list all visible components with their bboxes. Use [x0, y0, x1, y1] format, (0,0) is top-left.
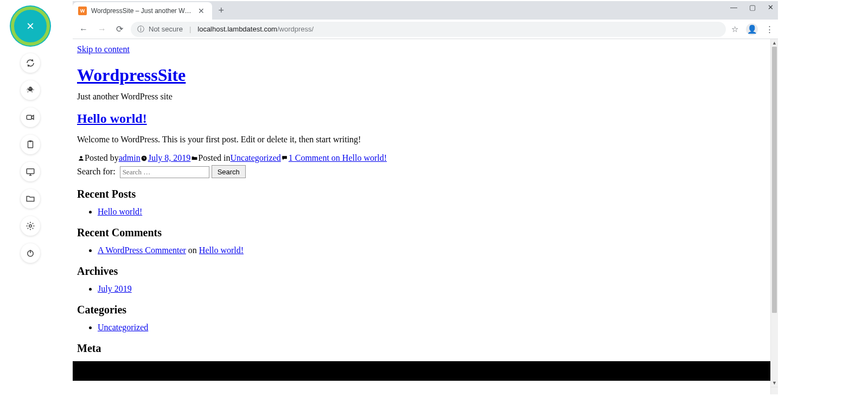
- vertical-scrollbar[interactable]: ▲ ▼: [770, 39, 778, 387]
- post-meta: Posted by admin July 8, 2019 Posted in U…: [77, 153, 766, 163]
- recent-posts-heading: Recent Posts: [77, 188, 766, 200]
- security-label: Not secure: [149, 25, 183, 33]
- folder-meta-icon: [190, 154, 198, 162]
- new-tab-button[interactable]: +: [212, 5, 231, 20]
- search-input[interactable]: [120, 166, 209, 178]
- minimize-button[interactable]: —: [730, 3, 737, 11]
- search-label: Search for:: [77, 167, 116, 176]
- post-title: Hello world!: [77, 111, 766, 126]
- on-text: on: [186, 246, 199, 255]
- commented-post-link[interactable]: Hello world!: [199, 246, 244, 255]
- recent-post-link[interactable]: Hello world!: [98, 207, 142, 216]
- window-controls: — ▢ ✕: [730, 3, 774, 11]
- close-icon: ×: [27, 18, 34, 34]
- svg-rect-1: [28, 141, 33, 148]
- tab-title: WordpressSite – Just another W…: [91, 7, 192, 15]
- date-link[interactable]: July 8, 2019: [148, 153, 191, 163]
- category-link[interactable]: Uncategorized: [230, 153, 280, 163]
- footer-bar: [73, 361, 770, 381]
- reload-button[interactable]: ⟳: [114, 22, 125, 36]
- svg-rect-0: [27, 115, 31, 119]
- svg-point-6: [80, 156, 82, 158]
- comments-link[interactable]: 1 Comment on Hello world!: [289, 153, 387, 163]
- toolbar-right: ☆ 👤 ⋮: [731, 23, 774, 35]
- recent-comments-heading: Recent Comments: [77, 226, 766, 239]
- power-icon[interactable]: [21, 243, 40, 263]
- list-item: A WordPress Commenter on Hello world!: [98, 246, 766, 255]
- person-icon: [77, 154, 85, 162]
- archive-link[interactable]: July 2019: [98, 284, 132, 293]
- list-item: July 2019: [98, 284, 766, 294]
- categories-heading: Categories: [77, 304, 766, 316]
- gear-icon[interactable]: [21, 216, 40, 236]
- categories-list: Uncategorized: [77, 323, 766, 332]
- url-box[interactable]: ⓘ Not secure | localhost.lambdatest.com/…: [131, 22, 726, 37]
- tagline: Just another WordPress site: [77, 92, 766, 102]
- folder-icon[interactable]: [21, 189, 40, 209]
- recent-comments-list: A WordPress Commenter on Hello world!: [77, 246, 766, 255]
- maximize-button[interactable]: ▢: [749, 3, 756, 11]
- site-title: WordpressSite: [77, 65, 766, 85]
- window-close-button[interactable]: ✕: [768, 3, 774, 11]
- clock-icon: [141, 154, 148, 162]
- video-icon[interactable]: [21, 108, 40, 127]
- address-bar: ← → ⟳ ⓘ Not secure | localhost.lambdates…: [73, 20, 778, 39]
- scroll-up-icon[interactable]: ▲: [771, 39, 778, 47]
- forward-button[interactable]: →: [95, 22, 108, 36]
- menu-icon[interactable]: ⋮: [765, 24, 774, 34]
- svg-rect-3: [27, 169, 34, 174]
- recent-posts-list: Hello world!: [77, 207, 766, 217]
- bug-icon[interactable]: [21, 80, 40, 100]
- browser-window: W WordpressSite – Just another W… ✕ + — …: [73, 1, 778, 394]
- meta-heading: Meta: [77, 342, 766, 355]
- post-excerpt: Welcome to WordPress. This is your first…: [77, 135, 766, 144]
- viewport: Skip to content WordpressSite Just anoth…: [73, 39, 778, 394]
- skip-to-content-link[interactable]: Skip to content: [77, 45, 130, 54]
- close-session-button[interactable]: ×: [11, 7, 50, 46]
- scrollbar-corner: [770, 387, 778, 394]
- list-item: Hello world!: [98, 207, 766, 217]
- category-item-link[interactable]: Uncategorized: [98, 323, 148, 332]
- svg-point-4: [29, 225, 32, 228]
- posted-in-label: Posted in: [198, 153, 230, 163]
- archives-list: July 2019: [77, 284, 766, 294]
- url-text: localhost.lambdatest.com/wordpress/: [197, 25, 314, 33]
- comment-icon: [281, 154, 289, 162]
- back-button[interactable]: ←: [77, 22, 90, 36]
- scroll-down-icon[interactable]: ▼: [771, 379, 778, 387]
- browser-tab[interactable]: W WordpressSite – Just another W… ✕: [73, 2, 212, 20]
- clipboard-icon[interactable]: [21, 135, 40, 154]
- profile-icon[interactable]: 👤: [746, 23, 758, 35]
- page-content: Skip to content WordpressSite Just anoth…: [73, 39, 770, 394]
- commenter-link[interactable]: A WordPress Commenter: [98, 246, 186, 255]
- search-button[interactable]: Search: [212, 165, 246, 178]
- tool-sidebar: ×: [11, 7, 50, 263]
- author-link[interactable]: admin: [119, 153, 141, 163]
- tab-close-icon[interactable]: ✕: [196, 5, 207, 16]
- list-item: Uncategorized: [98, 323, 766, 332]
- tab-strip: W WordpressSite – Just another W… ✕ + — …: [73, 1, 778, 20]
- post-title-link[interactable]: Hello world!: [77, 111, 147, 125]
- posted-by-label: Posted by: [85, 153, 119, 163]
- favicon-icon: W: [78, 7, 87, 15]
- archives-heading: Archives: [77, 265, 766, 278]
- svg-rect-2: [29, 141, 32, 142]
- scroll-thumb[interactable]: [772, 47, 777, 313]
- url-separator: |: [189, 25, 191, 33]
- search-form: Search for: Search: [77, 165, 766, 178]
- info-icon: ⓘ: [137, 24, 144, 34]
- site-title-link[interactable]: WordpressSite: [77, 65, 186, 85]
- monitor-icon[interactable]: [21, 162, 40, 181]
- bookmark-icon[interactable]: ☆: [731, 24, 738, 34]
- sync-icon[interactable]: [21, 53, 40, 73]
